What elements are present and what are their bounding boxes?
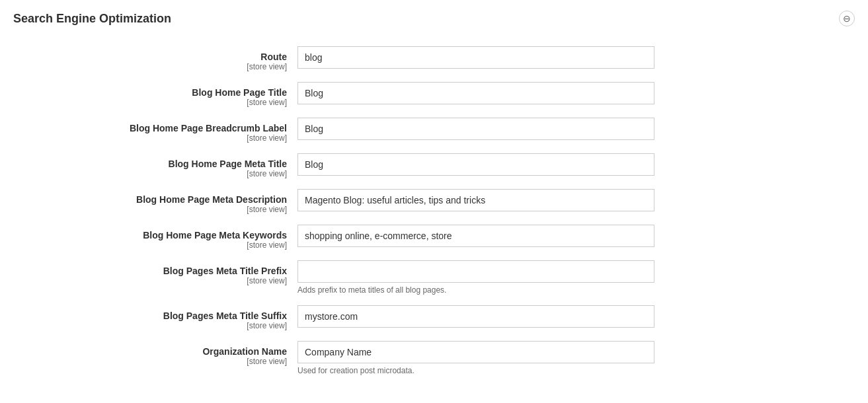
control-wrap-route <box>297 46 654 69</box>
page-header: Search Engine Optimization ⊖ <box>13 11 855 26</box>
label-wrap-blog_home_page_meta_keywords: Blog Home Page Meta Keywords[store view] <box>13 225 297 250</box>
field-sublabel-blog_home_page_meta_title: [store view] <box>13 169 287 178</box>
field-sublabel-blog_home_page_meta_description: [store view] <box>13 205 287 214</box>
field-label-blog_home_page_meta_keywords: Blog Home Page Meta Keywords <box>13 230 287 240</box>
field-label-blog_pages_meta_title_prefix: Blog Pages Meta Title Prefix <box>13 266 287 276</box>
form-row-route: Route[store view] <box>13 42 855 75</box>
input-blog_pages_meta_title_suffix[interactable] <box>297 305 654 328</box>
input-blog_pages_meta_title_prefix[interactable] <box>297 260 654 283</box>
label-wrap-blog_home_page_meta_title: Blog Home Page Meta Title[store view] <box>13 153 297 178</box>
label-wrap-blog_home_page_meta_description: Blog Home Page Meta Description[store vi… <box>13 189 297 214</box>
field-sublabel-blog_pages_meta_title_prefix: [store view] <box>13 276 287 285</box>
control-wrap-blog_pages_meta_title_prefix: Adds prefix to meta titles of all blog p… <box>297 260 654 295</box>
field-label-blog_home_page_breadcrumb_label: Blog Home Page Breadcrumb Label <box>13 123 287 133</box>
form-row-blog_home_page_meta_description: Blog Home Page Meta Description[store vi… <box>13 185 855 218</box>
field-sublabel-blog_home_page_meta_keywords: [store view] <box>13 240 287 250</box>
input-blog_home_page_meta_keywords[interactable] <box>297 225 654 247</box>
hint-blog_pages_meta_title_prefix: Adds prefix to meta titles of all blog p… <box>297 285 654 295</box>
seo-form: Route[store view]Blog Home Page Title[st… <box>13 42 855 379</box>
form-row-blog_home_page_meta_title: Blog Home Page Meta Title[store view] <box>13 149 855 182</box>
field-sublabel-route: [store view] <box>13 62 287 71</box>
label-wrap-organization_name: Organization Name[store view] <box>13 341 297 366</box>
form-row-blog_pages_meta_title_suffix: Blog Pages Meta Title Suffix[store view] <box>13 301 855 334</box>
control-wrap-blog_home_page_breadcrumb_label <box>297 118 654 140</box>
label-wrap-blog_pages_meta_title_suffix: Blog Pages Meta Title Suffix[store view] <box>13 305 297 330</box>
label-wrap-blog_home_page_breadcrumb_label: Blog Home Page Breadcrumb Label[store vi… <box>13 118 297 143</box>
form-row-blog_home_page_title: Blog Home Page Title[store view] <box>13 78 855 111</box>
field-sublabel-blog_pages_meta_title_suffix: [store view] <box>13 321 287 330</box>
form-row-blog_home_page_breadcrumb_label: Blog Home Page Breadcrumb Label[store vi… <box>13 114 855 147</box>
control-wrap-blog_pages_meta_title_suffix <box>297 305 654 328</box>
input-blog_home_page_title[interactable] <box>297 82 654 104</box>
label-wrap-route: Route[store view] <box>13 46 297 71</box>
field-label-blog_home_page_meta_title: Blog Home Page Meta Title <box>13 159 287 169</box>
label-wrap-blog_pages_meta_title_prefix: Blog Pages Meta Title Prefix[store view] <box>13 260 297 285</box>
input-blog_home_page_breadcrumb_label[interactable] <box>297 118 654 140</box>
input-blog_home_page_meta_description[interactable] <box>297 189 654 211</box>
control-wrap-blog_home_page_title <box>297 82 654 104</box>
input-route[interactable] <box>297 46 654 69</box>
field-label-route: Route <box>13 52 287 62</box>
field-label-blog_home_page_title: Blog Home Page Title <box>13 87 287 98</box>
input-blog_home_page_meta_title[interactable] <box>297 153 654 176</box>
control-wrap-blog_home_page_meta_description <box>297 189 654 211</box>
field-sublabel-blog_home_page_title: [store view] <box>13 98 287 107</box>
control-wrap-blog_home_page_meta_keywords <box>297 225 654 247</box>
input-organization_name[interactable] <box>297 341 654 363</box>
form-row-blog_home_page_meta_keywords: Blog Home Page Meta Keywords[store view] <box>13 221 855 254</box>
field-label-blog_home_page_meta_description: Blog Home Page Meta Description <box>13 194 287 205</box>
field-label-organization_name: Organization Name <box>13 346 287 357</box>
field-label-blog_pages_meta_title_suffix: Blog Pages Meta Title Suffix <box>13 311 287 321</box>
hint-organization_name: Used for creation post microdata. <box>297 366 654 375</box>
label-wrap-blog_home_page_title: Blog Home Page Title[store view] <box>13 82 297 107</box>
form-row-organization_name: Organization Name[store view]Used for cr… <box>13 337 855 379</box>
field-sublabel-organization_name: [store view] <box>13 357 287 366</box>
field-sublabel-blog_home_page_breadcrumb_label: [store view] <box>13 133 287 143</box>
form-row-blog_pages_meta_title_prefix: Blog Pages Meta Title Prefix[store view]… <box>13 256 855 299</box>
page-title: Search Engine Optimization <box>13 12 171 26</box>
control-wrap-organization_name: Used for creation post microdata. <box>297 341 654 375</box>
collapse-button[interactable]: ⊖ <box>839 11 855 26</box>
control-wrap-blog_home_page_meta_title <box>297 153 654 176</box>
